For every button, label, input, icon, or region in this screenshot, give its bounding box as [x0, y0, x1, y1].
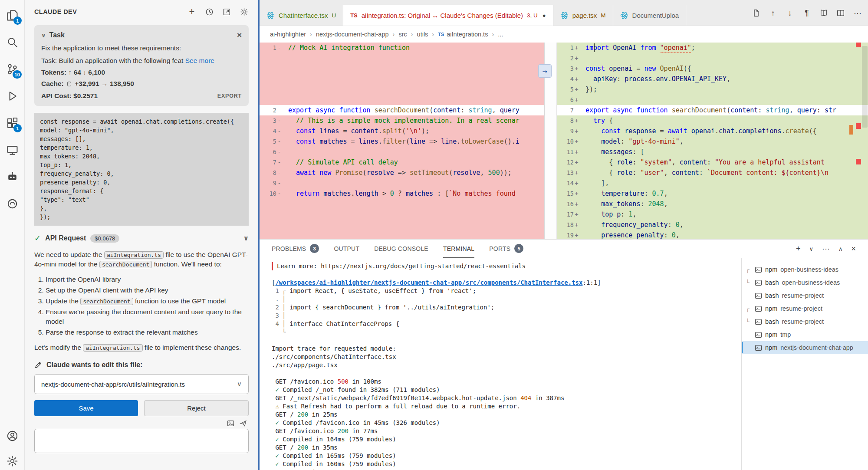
send-icon[interactable] — [240, 420, 247, 427]
editor-tab[interactable]: ChatInterface.tsxU — [260, 5, 343, 26]
breadcrumb-item[interactable]: nextjs-document-chat-app — [316, 31, 389, 38]
panel-tab-problems[interactable]: PROBLEMS3 — [272, 240, 319, 258]
panel-tab-ports[interactable]: PORTS5 — [489, 240, 523, 258]
diff-line: 4- const lines = content.split('\n'); — [260, 126, 544, 136]
close-task-icon[interactable]: × — [237, 30, 242, 40]
terminal-group-glyph: └ — [746, 279, 752, 286]
arrow-up-icon: ↑ — [69, 69, 74, 76]
breadcrumb-item[interactable]: ... — [498, 31, 503, 38]
chat-input[interactable] — [34, 429, 249, 453]
diff-line: 10+ model: "gpt-4o-mini", — [557, 136, 868, 147]
run-debug-icon[interactable] — [3, 87, 21, 105]
terminal-group-glyph: ┌ — [746, 306, 752, 312]
open-in-editor-icon[interactable] — [222, 7, 231, 16]
vscode-window: 1 10 1 — [0, 0, 868, 470]
editor-tab[interactable]: DocumentUploa — [613, 5, 687, 26]
extensions-icon[interactable]: 1 — [3, 114, 21, 132]
task-title: Task — [49, 31, 65, 39]
inline-code: searchDocument — [99, 261, 152, 268]
edit-file-dropdown[interactable]: nextjs-document-chat-app/src/utils/aiInt… — [34, 374, 249, 394]
line-number: 7- — [260, 157, 285, 168]
tab-label: ChatInterface.tsx — [279, 12, 328, 19]
whitespace-icon[interactable]: ¶ — [802, 9, 811, 18]
api-request-row[interactable]: ✓ API Request $0.0678 ∨ — [25, 233, 258, 243]
breadcrumb-item[interactable]: ai-highlighter — [270, 31, 306, 38]
line-number: 7 — [557, 105, 582, 115]
panel-tab-terminal[interactable]: TERMINAL — [443, 240, 474, 258]
diff-line: 18+ frequency_penalty: 0, — [557, 220, 868, 230]
inline-view-icon[interactable] — [819, 9, 828, 17]
copilot-icon[interactable] — [3, 194, 21, 213]
terminal-list-item[interactable]: npmnextjs-document-chat-app — [742, 341, 868, 354]
terminal-list-item[interactable]: ┌npmresume-project — [742, 302, 868, 315]
close-panel-icon[interactable]: × — [851, 244, 856, 253]
claude-dev-sidebar: CLAUDE DEV + ∨ Task × Fix the applicatio… — [25, 0, 260, 470]
new-task-icon[interactable]: + — [187, 7, 197, 16]
terminal-list-item[interactable]: ┌npmopen-business-ideas — [742, 263, 868, 276]
settings-gear-icon[interactable] — [3, 452, 21, 470]
previous-change-icon[interactable]: ↑ — [769, 9, 777, 18]
terminal-list-item[interactable]: bashresume-project — [742, 289, 868, 302]
reject-button[interactable]: Reject — [144, 400, 249, 416]
panel-tab-output[interactable]: OUTPUT — [334, 240, 359, 258]
plan-steps-list: Import the OpenAI librarySet up the Open… — [34, 273, 249, 339]
panel-tab-debug-console[interactable]: DEBUG CONSOLE — [374, 240, 428, 258]
line-number: 1+ — [557, 43, 582, 53]
breadcrumb-separator: › — [432, 31, 434, 38]
breadcrumb-item[interactable]: TSaiIntegration.ts — [438, 31, 488, 38]
panel-more-icon[interactable]: ··· — [822, 244, 830, 253]
new-terminal-icon[interactable]: + — [796, 244, 801, 253]
typescript-icon: TS — [350, 12, 358, 19]
source-control-icon[interactable]: 10 — [3, 60, 21, 78]
unsaved-dot-icon: ● — [542, 12, 546, 19]
save-button[interactable]: Save — [34, 400, 138, 416]
editor-tab[interactable]: TSaiIntegration.ts: Original ↔ Claude's … — [343, 5, 553, 26]
claude-dev-icon[interactable] — [3, 168, 21, 186]
next-change-icon[interactable]: ↓ — [786, 9, 794, 18]
search-icon[interactable] — [3, 33, 21, 51]
settings-icon[interactable] — [239, 7, 249, 16]
terminal-line: ./src/app/page.tsx — [272, 361, 741, 369]
tab-status: 3, U — [527, 12, 538, 19]
terminal-name: nextjs-document-chat-app — [780, 344, 853, 351]
terminal-line: GET / 200 in 25ms — [272, 411, 741, 419]
terminal-icon — [755, 331, 762, 339]
terminal-line: 4│interface ChatInterfaceProps { — [272, 320, 741, 328]
chat-input-icons — [36, 420, 247, 427]
see-more-link[interactable]: See more — [185, 57, 214, 64]
explorer-icon[interactable]: 1 — [3, 6, 21, 24]
file-link[interactable]: /workspaces/ai-highlighter/nextjs-docume… — [275, 279, 582, 286]
maximize-panel-icon[interactable]: ∧ — [838, 246, 843, 252]
terminal-line: ./src/components/ChatInterface.tsx — [272, 353, 741, 361]
export-button[interactable]: EXPORT — [217, 93, 242, 99]
diff-filler — [260, 63, 544, 74]
chevron-down-icon[interactable]: ∨ — [243, 234, 249, 242]
diff-line: 6+ — [557, 95, 868, 105]
task-card-header[interactable]: ∨ Task × — [41, 30, 242, 40]
terminal-command: npm — [765, 331, 777, 338]
terminal-list-item[interactable]: └bashopen-business-ideas — [742, 276, 868, 289]
image-icon[interactable] — [227, 420, 234, 427]
sidebar-title: CLAUDE DEV — [34, 8, 77, 15]
terminal-list-item[interactable]: npmtmp — [742, 328, 868, 341]
breadcrumb-item[interactable]: src — [398, 31, 407, 38]
terminal-group-glyph: ┌ — [746, 266, 752, 273]
editor-tab[interactable]: page.tsxM — [553, 5, 613, 26]
breadcrumb-separator: › — [411, 31, 413, 38]
activity-bar: 1 10 1 — [0, 0, 25, 470]
terminal-dropdown-icon[interactable]: ∨ — [809, 246, 813, 252]
account-icon[interactable] — [3, 427, 21, 445]
diff-editor: 1-// Mock AI integration function2export… — [260, 43, 868, 239]
history-icon[interactable] — [204, 7, 214, 16]
apply-change-button[interactable]: → — [538, 64, 552, 78]
split-editor-icon[interactable] — [836, 9, 845, 17]
editor-scrollbar[interactable] — [862, 46, 868, 128]
breadcrumb-item[interactable]: utils — [417, 31, 428, 38]
remote-explorer-icon[interactable] — [3, 141, 21, 159]
terminal-list-item[interactable]: └bashresume-project — [742, 315, 868, 328]
more-actions-icon[interactable]: ··· — [853, 9, 862, 18]
terminal-line: GET /favicon.ico 500 in 100ms — [272, 378, 741, 386]
open-changes-icon[interactable] — [752, 9, 760, 17]
panel-tab-bar: PROBLEMS3OUTPUTDEBUG CONSOLETERMINALPORT… — [260, 240, 868, 258]
terminal-line: ✓ Compiled in 160ms (759 modules) — [272, 460, 741, 468]
